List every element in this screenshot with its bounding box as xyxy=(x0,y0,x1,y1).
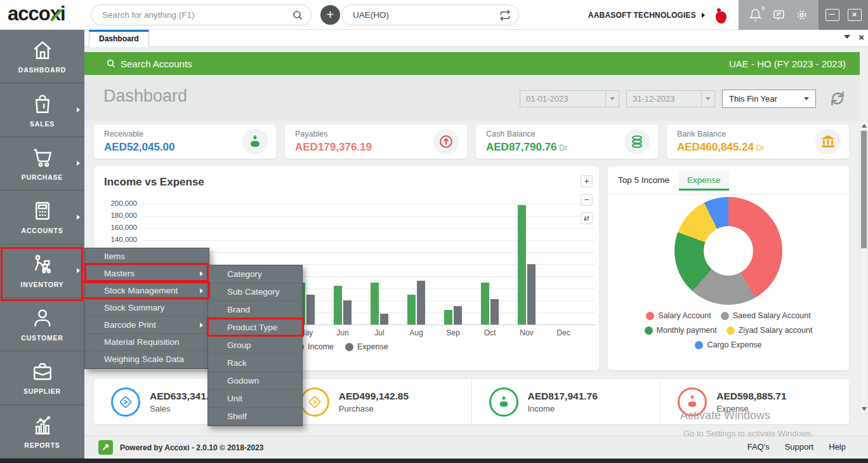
search-icon[interactable] xyxy=(292,10,303,21)
chart-refresh-button[interactable] xyxy=(581,212,593,224)
menu-item-stock-summary[interactable]: Stock Summary xyxy=(85,300,209,317)
refresh-icon[interactable] xyxy=(828,89,847,108)
legend-label: Monthly payment xyxy=(657,326,717,335)
tab-top5-expense[interactable]: Expense xyxy=(679,171,729,191)
expense-donut-chart[interactable] xyxy=(674,197,782,305)
date-from-field[interactable] xyxy=(520,90,619,107)
menu-item-weighing-scale-data[interactable]: Weighing Scale Data xyxy=(85,351,209,368)
submenu-item-unit[interactable]: Unit xyxy=(208,390,302,408)
bar-expense-may[interactable] xyxy=(306,295,315,325)
minimize-icon[interactable] xyxy=(825,9,839,21)
submenu-item-label: Rack xyxy=(227,358,247,368)
footer-link-help[interactable]: Help xyxy=(829,442,846,452)
chart-zoom-in-button[interactable]: + xyxy=(581,175,593,187)
kpi-label: Cash Balance xyxy=(486,130,567,138)
legend-label: Ziyad Salary account xyxy=(739,326,813,335)
page-header: Dashboard This Fin Year xyxy=(84,75,860,121)
scrollbar-thumb[interactable] xyxy=(861,131,867,248)
purchase-diamond-icon xyxy=(300,387,329,417)
menu-item-stock-management[interactable]: Stock Management xyxy=(85,283,209,300)
titlebar-icon-panel: 8 xyxy=(739,0,819,30)
bar-expense-sep[interactable] xyxy=(454,306,462,325)
menu-item-masters[interactable]: Masters xyxy=(85,265,209,283)
menu-item-items[interactable]: Items xyxy=(85,248,209,265)
tab-close-icon[interactable]: × xyxy=(858,32,864,43)
tab-list-caret-icon[interactable] xyxy=(844,35,850,39)
submenu-item-label: Brand xyxy=(227,305,250,314)
window-bottom-edge xyxy=(0,459,868,463)
submenu-item-rack[interactable]: Rack xyxy=(208,354,302,372)
submenu-item-label: Godown xyxy=(227,376,259,386)
chevron-right-icon xyxy=(77,161,80,166)
branch-input[interactable] xyxy=(342,10,518,20)
tab-dashboard[interactable]: Dashboard xyxy=(89,30,149,47)
gridline xyxy=(143,204,595,205)
menu-item-barcode-print[interactable]: Barcode Print xyxy=(85,317,209,334)
summary-value: AED817,941.76 xyxy=(528,391,598,402)
search-accounts[interactable]: Search Accounts xyxy=(106,58,192,69)
gear-icon[interactable] xyxy=(795,8,808,22)
chevron-right-icon xyxy=(77,107,80,112)
bar-income-jun[interactable] xyxy=(334,286,342,325)
cart-icon xyxy=(31,146,54,169)
branch-swap-icon[interactable] xyxy=(499,10,511,21)
menu-item-label: Barcode Print xyxy=(104,320,156,330)
legend-label: Cargo Expense xyxy=(707,340,761,349)
bar-expense-oct[interactable] xyxy=(490,299,499,325)
bar-income-nov[interactable] xyxy=(518,205,526,325)
submenu-item-group[interactable]: Group xyxy=(208,337,302,354)
donut-legend: Salary AccountSaeed Salary AccountMonthl… xyxy=(614,311,843,349)
menu-item-label: Stock Management xyxy=(104,286,178,295)
sidebar-item-label: SALES xyxy=(30,120,55,128)
sidebar-item-dashboard[interactable]: DASHBOARD xyxy=(0,30,84,83)
submenu-item-category[interactable]: Category xyxy=(208,265,302,283)
sidebar-item-sales[interactable]: SALES xyxy=(0,83,84,137)
submenu-item-label: Category xyxy=(227,269,262,279)
bar-expense-jun[interactable] xyxy=(343,300,352,325)
sidebar-item-inventory[interactable]: INVENTORY xyxy=(0,245,84,298)
submenu-item-godown[interactable]: Godown xyxy=(208,372,302,390)
sidebar-item-reports[interactable]: REPORTS xyxy=(0,405,84,459)
calendar-caret-icon[interactable] xyxy=(701,91,714,107)
date-from-input[interactable] xyxy=(520,94,619,104)
bar-income-aug[interactable] xyxy=(407,295,416,325)
tab-top5-income[interactable]: Top 5 Income xyxy=(618,175,669,185)
footer-link-faq-s[interactable]: FAQ's xyxy=(747,442,770,452)
submenu-item-shelf[interactable]: Shelf xyxy=(208,408,302,426)
kpi-label: Receivable xyxy=(104,130,175,138)
submenu-item-sub-category[interactable]: Sub Category xyxy=(208,283,302,301)
scroll-up-icon[interactable] xyxy=(862,124,867,128)
close-icon[interactable]: × xyxy=(848,9,862,21)
sidebar-item-customer[interactable]: CUSTOMER xyxy=(0,298,84,351)
quick-add-button[interactable]: + xyxy=(320,5,340,25)
search-input[interactable] xyxy=(91,10,311,20)
scroll-down-icon[interactable] xyxy=(862,407,867,411)
bar-expense-aug[interactable] xyxy=(417,281,425,325)
bar-income-sep[interactable] xyxy=(444,310,452,325)
summary-texts: AED499,142.85Purchase xyxy=(339,391,409,413)
bar-expense-jul[interactable] xyxy=(380,314,388,325)
submenu-item-product-type[interactable]: Product Type xyxy=(208,319,302,337)
vertical-scrollbar[interactable] xyxy=(860,121,868,414)
submenu-item-brand[interactable]: Brand xyxy=(208,301,302,319)
calendar-caret-icon[interactable] xyxy=(605,91,619,107)
sidebar-item-purchase[interactable]: PURCHASE xyxy=(0,137,84,191)
bar-income-oct[interactable] xyxy=(481,283,489,325)
company-menu[interactable]: AABASOFT TECHNOLOGIES xyxy=(588,0,730,30)
sidebar-item-accounts[interactable]: ACCOUNTS xyxy=(0,191,84,244)
menu-item-material-requisition[interactable]: Material Requisition xyxy=(85,334,209,351)
sidebar-item-supplier[interactable]: SUPPLIER xyxy=(0,351,84,405)
y-axis-label: 140,000 xyxy=(99,236,137,243)
footer-link-support[interactable]: Support xyxy=(785,442,814,452)
legend-item-cargo-expense: Cargo Expense xyxy=(695,340,761,349)
bar-income-jul[interactable] xyxy=(371,283,379,325)
chat-icon[interactable] xyxy=(772,8,786,22)
bell-icon[interactable]: 8 xyxy=(749,8,762,22)
period-select[interactable]: This Fin Year xyxy=(722,90,816,108)
date-to-field[interactable] xyxy=(626,90,715,107)
sidebar-item-label: SUPPLIER xyxy=(23,387,61,395)
legend-item-ziyad-salary-account: Ziyad Salary account xyxy=(727,326,813,335)
bar-expense-nov[interactable] xyxy=(527,264,536,325)
activate-windows-watermark: Activate Windows xyxy=(680,409,770,422)
kpi-label: Bank Balance xyxy=(677,130,765,138)
